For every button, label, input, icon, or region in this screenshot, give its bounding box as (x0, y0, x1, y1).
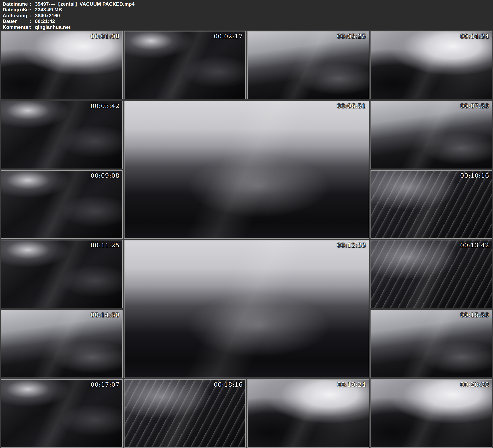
thumbnail-timestamp: 00:11:25 (90, 242, 120, 249)
video-thumbnail: 00:17:07 (1, 379, 123, 448)
file-info-row-dauer: Dauer:00:21:42 (3, 19, 493, 24)
thumbnail-timestamp: 00:19:24 (337, 381, 366, 388)
video-thumbnail: 00:09:08 (1, 170, 123, 239)
thumbnail-timestamp: 00:07:59 (460, 102, 489, 110)
video-thumbnail: 00:15:59 (370, 310, 493, 378)
video-thumbnail: 00:03:25 (247, 31, 369, 99)
video-thumbnail: 00:05:42 (1, 101, 123, 169)
thumbnail-timestamp: 00:13:42 (460, 242, 489, 249)
thumbnail-timestamp: 00:15:59 (460, 311, 489, 318)
thumbnail-timestamp: 00:02:17 (214, 33, 243, 40)
filename-value: 39497----【zentai】VACUUM PACKED.mp4 (35, 1, 493, 7)
thumbnail-timestamp: 00:01:08 (90, 33, 120, 40)
video-thumbnail: 00:19:24 (247, 379, 369, 448)
thumbnail-timestamp: 00:05:42 (90, 102, 120, 110)
thumbnail-timestamp: 00:18:16 (214, 381, 243, 388)
video-thumbnail: 00:07:59 (370, 101, 493, 169)
video-thumbnail: 00:01:08 (1, 31, 123, 99)
thumbnail-timestamp: 00:14:50 (90, 311, 120, 318)
video-thumbnail: 00:18:16 (124, 379, 246, 448)
duration-value: 00:21:42 (35, 19, 493, 24)
file-info-separator: : (30, 19, 35, 24)
video-thumbnail: 00:06:51 (124, 101, 369, 239)
video-thumbnail: 00:10:16 (370, 170, 493, 239)
filesize-value: 2348.49 MB (35, 7, 493, 12)
thumbnail-timestamp: 00:12:33 (337, 242, 366, 249)
thumbnail-timestamp: 00:06:51 (337, 102, 366, 110)
video-thumbnail: 00:20:33 (370, 379, 493, 448)
video-thumbnail: 00:14:50 (1, 310, 123, 378)
file-info-row-kommentar: Kommentar:qinglanhua.net (3, 24, 493, 30)
comment-value: qinglanhua.net (35, 24, 493, 30)
video-thumbnail: 00:11:25 (1, 240, 123, 308)
file-info-separator: : (30, 1, 35, 7)
file-info-row-dateiname: Dateiname:39497----【zentai】VACUUM PACKED… (3, 1, 493, 7)
thumbnail-timestamp: 00:03:25 (337, 33, 366, 40)
file-info-separator: : (30, 13, 35, 19)
file-info-separator: : (30, 24, 35, 30)
file-info-label: Auflösung (3, 13, 30, 19)
thumbnail-timestamp: 00:04:34 (460, 33, 489, 40)
thumbnail-timestamp: 00:09:08 (90, 172, 120, 179)
file-info-label: Dateiname (3, 1, 30, 7)
video-thumbnail: 00:13:42 (370, 240, 493, 308)
file-info-separator: : (30, 7, 35, 12)
thumbnail-timestamp: 00:17:07 (90, 381, 120, 388)
thumbnail-timestamp: 00:20:33 (460, 381, 489, 388)
thumbnail-grid: 00:01:0800:02:1700:03:2500:04:3400:05:42… (0, 31, 493, 448)
file-info-row-dateigroesse: Dateigröße:2348.49 MB (3, 7, 493, 12)
file-info-label: Kommentar (3, 24, 30, 30)
video-thumbnail: 00:02:17 (124, 31, 246, 99)
file-info-label: Dateigröße (3, 7, 30, 12)
thumbnail-timestamp: 00:10:16 (460, 172, 489, 179)
video-thumbnail: 00:04:34 (370, 31, 493, 99)
video-thumbnail: 00:12:33 (124, 240, 369, 378)
file-info-label: Dauer (3, 19, 30, 24)
file-info-header: Dateiname:39497----【zentai】VACUUM PACKED… (0, 0, 493, 31)
file-info-row-aufloesung: Auflösung:3840x2160 (3, 13, 493, 19)
resolution-value: 3840x2160 (35, 13, 493, 19)
